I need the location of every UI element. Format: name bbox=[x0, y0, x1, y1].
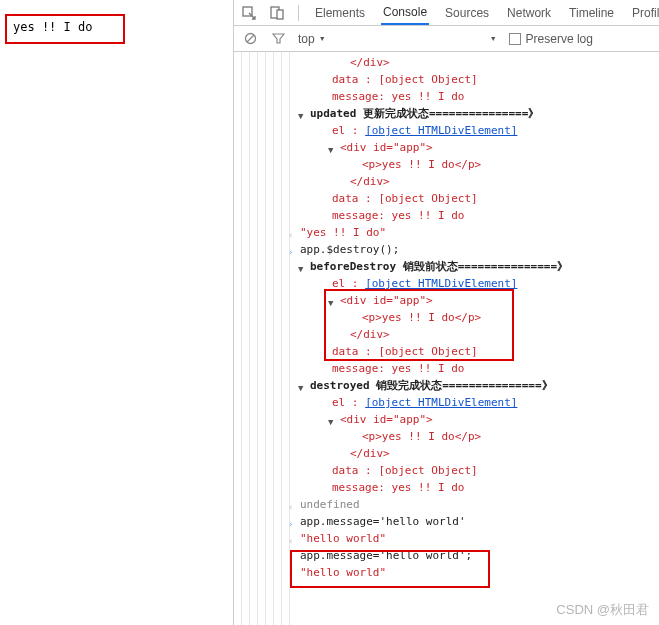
filter-icon[interactable] bbox=[270, 31, 286, 47]
svg-rect-2 bbox=[277, 10, 283, 19]
log-output: undefined bbox=[300, 498, 360, 511]
console-input-history: app.$destroy(); bbox=[300, 243, 399, 256]
log-label: message: bbox=[332, 362, 385, 375]
log-link[interactable]: [object HTMLDivElement] bbox=[365, 396, 517, 409]
log-label: message: bbox=[332, 481, 385, 494]
log-text: </div> bbox=[350, 328, 390, 341]
gutter bbox=[234, 52, 290, 625]
log-label: message: bbox=[332, 209, 385, 222]
console-input-history: app.message='hello world' bbox=[300, 515, 466, 528]
log-text: <div id="app"> bbox=[340, 294, 433, 307]
tab-console[interactable]: Console bbox=[381, 1, 429, 25]
log-text: </div> bbox=[350, 56, 390, 69]
log-output: "yes !! I do" bbox=[300, 226, 386, 239]
log-value: [object Object] bbox=[378, 73, 477, 86]
console-toolbar: top ▼ ▼ Preserve log bbox=[234, 26, 659, 52]
preserve-log-dropdown-icon[interactable]: ▼ bbox=[490, 35, 497, 42]
clear-console-icon[interactable] bbox=[242, 31, 258, 47]
svg-line-4 bbox=[247, 35, 254, 42]
log-label: el : bbox=[332, 396, 359, 409]
log-label: message: bbox=[332, 90, 385, 103]
log-value: yes !! I do bbox=[392, 362, 465, 375]
device-toggle-icon[interactable] bbox=[270, 5, 284, 21]
console-input-history: app.message='hello world'; bbox=[300, 549, 472, 562]
tab-elements[interactable]: Elements bbox=[313, 2, 367, 24]
preserve-log-checkbox[interactable] bbox=[509, 33, 521, 45]
log-value: [object Object] bbox=[378, 345, 477, 358]
tab-sources[interactable]: Sources bbox=[443, 2, 491, 24]
log-text: </div> bbox=[350, 447, 390, 460]
lifecycle-header-updated: updated 更新完成状态===============》 bbox=[310, 107, 539, 120]
tab-profiles[interactable]: Profiles bbox=[630, 2, 659, 24]
preserve-log-label: Preserve log bbox=[526, 32, 593, 46]
chevron-down-icon: ▼ bbox=[319, 35, 326, 42]
log-value: yes !! I do bbox=[392, 90, 465, 103]
log-link[interactable]: [object HTMLDivElement] bbox=[365, 277, 517, 290]
devtools-panel: Elements Console Sources Network Timelin… bbox=[233, 0, 659, 625]
log-label: data : bbox=[332, 345, 372, 358]
log-text: <p>yes !! I do</p> bbox=[362, 311, 481, 324]
log-text: <p>yes !! I do</p> bbox=[362, 430, 481, 443]
log-text: <p>yes !! I do</p> bbox=[362, 158, 481, 171]
log-label: el : bbox=[332, 277, 359, 290]
log-link[interactable]: [object HTMLDivElement] bbox=[365, 124, 517, 137]
lifecycle-header-destroyed: destroyed 销毁完成状态===============》 bbox=[310, 379, 553, 392]
console-log-lines: </div> data : [object Object] message: y… bbox=[292, 52, 659, 581]
log-value: [object Object] bbox=[378, 192, 477, 205]
log-value: yes !! I do bbox=[392, 481, 465, 494]
console-body[interactable]: </div> data : [object Object] message: y… bbox=[234, 52, 659, 625]
log-output: "hello world" bbox=[300, 532, 386, 545]
log-value: [object Object] bbox=[378, 464, 477, 477]
log-output: "hello world" bbox=[300, 566, 386, 579]
context-label: top bbox=[298, 32, 315, 46]
tab-network[interactable]: Network bbox=[505, 2, 553, 24]
log-text: <div id="app"> bbox=[340, 141, 433, 154]
preserve-log-control[interactable]: Preserve log bbox=[509, 32, 593, 46]
log-label: data : bbox=[332, 192, 372, 205]
devtools-tabs: Elements Console Sources Network Timelin… bbox=[234, 0, 659, 26]
inspect-icon[interactable] bbox=[242, 5, 256, 21]
log-label: el : bbox=[332, 124, 359, 137]
tab-timeline[interactable]: Timeline bbox=[567, 2, 616, 24]
log-text: </div> bbox=[350, 175, 390, 188]
log-text: <div id="app"> bbox=[340, 413, 433, 426]
watermark-text: CSDN @秋田君 bbox=[556, 601, 649, 619]
log-value: yes !! I do bbox=[392, 209, 465, 222]
lifecycle-header-beforedestroy: beforeDestroy 销毁前状态===============》 bbox=[310, 260, 568, 273]
log-label: data : bbox=[332, 464, 372, 477]
page-content-box: yes !! I do bbox=[5, 14, 125, 44]
log-label: data : bbox=[332, 73, 372, 86]
context-selector[interactable]: top ▼ bbox=[298, 32, 326, 46]
page-message-text: yes !! I do bbox=[13, 20, 92, 34]
